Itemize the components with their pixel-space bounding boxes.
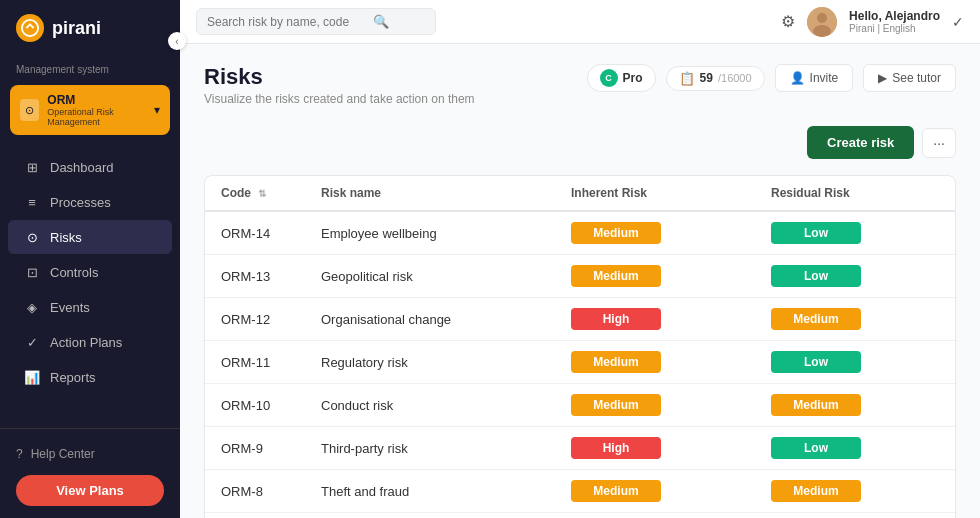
cell-inherent-3: Medium bbox=[555, 341, 755, 384]
sidebar-item-label-risks: Risks bbox=[50, 230, 82, 245]
cell-code-2: ORM-12 bbox=[205, 298, 305, 341]
cell-code-0: ORM-14 bbox=[205, 211, 305, 255]
cell-residual-3: Low bbox=[755, 341, 955, 384]
processes-icon: ≡ bbox=[24, 194, 40, 210]
nav-items: ⊞ Dashboard ≡ Processes ⊙ Risks ⊡ Contro… bbox=[0, 141, 180, 428]
inherent-badge-6: Medium bbox=[571, 480, 661, 502]
sidebar-item-events[interactable]: ◈ Events bbox=[8, 290, 172, 324]
checkmark-icon[interactable]: ✓ bbox=[952, 14, 964, 30]
cell-inherent-7: High bbox=[555, 513, 755, 519]
cell-residual-4: Medium bbox=[755, 384, 955, 427]
pro-circle-icon: C bbox=[600, 69, 618, 87]
sidebar-footer: ? Help Center View Plans bbox=[0, 428, 180, 518]
table-row[interactable]: ORM-10 Conduct risk Medium Medium bbox=[205, 384, 955, 427]
more-options-button[interactable]: ··· bbox=[922, 128, 956, 158]
orm-subtitle: Operational Risk Management bbox=[47, 107, 154, 127]
usage-badge: 📋 59 /16000 bbox=[666, 66, 765, 91]
cell-residual-2: Medium bbox=[755, 298, 955, 341]
view-plans-button[interactable]: View Plans bbox=[16, 475, 164, 506]
help-center-link[interactable]: ? Help Center bbox=[16, 441, 164, 467]
orm-icon: ⊙ bbox=[20, 99, 39, 121]
gear-icon[interactable]: ⚙ bbox=[781, 12, 795, 31]
cell-name-4: Conduct risk bbox=[305, 384, 555, 427]
user-name: Hello, Alejandro bbox=[849, 9, 940, 23]
sidebar-item-label-dashboard: Dashboard bbox=[50, 160, 114, 175]
cell-inherent-5: High bbox=[555, 427, 755, 470]
col-header-inherent: Inherent Risk bbox=[555, 176, 755, 211]
risks-table: Code ⇅ Risk name Inherent Risk Residual … bbox=[205, 176, 955, 518]
risks-tbody: ORM-14 Employee wellbeing Medium Low ORM… bbox=[205, 211, 955, 518]
logo: pirani bbox=[0, 0, 180, 56]
orm-block-left: ⊙ ORM Operational Risk Management bbox=[20, 93, 154, 127]
sidebar-collapse-button[interactable]: ‹ bbox=[168, 32, 186, 50]
help-center-label: Help Center bbox=[31, 447, 95, 461]
table-row[interactable]: ORM-14 Employee wellbeing Medium Low bbox=[205, 211, 955, 255]
col-header-residual: Residual Risk bbox=[755, 176, 955, 211]
page-actions: C Pro 📋 59 /16000 👤 Invite ▶ See tutor bbox=[587, 64, 956, 92]
cell-residual-5: Low bbox=[755, 427, 955, 470]
cell-name-7: Resilience risk bbox=[305, 513, 555, 519]
page-title-section: Risks Visualize the risks created and ta… bbox=[204, 64, 475, 106]
sidebar-item-label-reports: Reports bbox=[50, 370, 96, 385]
residual-badge-2: Medium bbox=[771, 308, 861, 330]
dashboard-icon: ⊞ bbox=[24, 159, 40, 175]
sidebar-item-label-processes: Processes bbox=[50, 195, 111, 210]
cell-code-3: ORM-11 bbox=[205, 341, 305, 384]
sidebar-item-action-plans[interactable]: ✓ Action Plans bbox=[8, 325, 172, 359]
sidebar-item-dashboard[interactable]: ⊞ Dashboard bbox=[8, 150, 172, 184]
sidebar-item-reports[interactable]: 📊 Reports bbox=[8, 360, 172, 394]
residual-badge-3: Low bbox=[771, 351, 861, 373]
cell-inherent-4: Medium bbox=[555, 384, 755, 427]
action-plans-icon: ✓ bbox=[24, 334, 40, 350]
cell-residual-0: Low bbox=[755, 211, 955, 255]
sidebar-item-controls[interactable]: ⊡ Controls bbox=[8, 255, 172, 289]
residual-badge-5: Low bbox=[771, 437, 861, 459]
main: 🔍 ⚙ Hello, Alejandro Pirani | English ✓ … bbox=[180, 0, 980, 518]
inherent-badge-5: High bbox=[571, 437, 661, 459]
search-box[interactable]: 🔍 bbox=[196, 8, 436, 35]
pro-label: Pro bbox=[623, 71, 643, 85]
sidebar-section-label: Management system bbox=[0, 56, 180, 79]
search-input[interactable] bbox=[207, 15, 367, 29]
search-icon: 🔍 bbox=[373, 14, 389, 29]
table-row[interactable]: ORM-11 Regulatory risk Medium Low bbox=[205, 341, 955, 384]
cell-code-5: ORM-9 bbox=[205, 427, 305, 470]
see-tutor-button[interactable]: ▶ See tutor bbox=[863, 64, 956, 92]
invite-button[interactable]: 👤 Invite bbox=[775, 64, 854, 92]
logo-text: pirani bbox=[52, 18, 101, 39]
user-sub: Pirani | English bbox=[849, 23, 940, 34]
user-info: Hello, Alejandro Pirani | English bbox=[849, 9, 940, 34]
table-row[interactable]: ORM-12 Organisational change High Medium bbox=[205, 298, 955, 341]
svg-point-3 bbox=[813, 25, 831, 37]
page-subtitle: Visualize the risks created and take act… bbox=[204, 92, 475, 106]
sidebar-item-processes[interactable]: ≡ Processes bbox=[8, 185, 172, 219]
cell-name-0: Employee wellbeing bbox=[305, 211, 555, 255]
inherent-badge-2: High bbox=[571, 308, 661, 330]
usage-total: /16000 bbox=[718, 72, 752, 84]
table-row[interactable]: ORM-7 Resilience risk High Medium bbox=[205, 513, 955, 519]
cell-residual-7: Medium bbox=[755, 513, 955, 519]
person-icon: 👤 bbox=[790, 71, 805, 85]
cell-code-4: ORM-10 bbox=[205, 384, 305, 427]
col-header-code[interactable]: Code ⇅ bbox=[205, 176, 305, 211]
controls-icon: ⊡ bbox=[24, 264, 40, 280]
cell-name-5: Third-party risk bbox=[305, 427, 555, 470]
sidebar-item-risks[interactable]: ⊙ Risks bbox=[8, 220, 172, 254]
tutor-label: See tutor bbox=[892, 71, 941, 85]
table-row[interactable]: ORM-13 Geopolitical risk Medium Low bbox=[205, 255, 955, 298]
orm-block[interactable]: ⊙ ORM Operational Risk Management ▾ bbox=[10, 85, 170, 135]
sidebar: pirani Management system ⊙ ORM Operation… bbox=[0, 0, 180, 518]
orm-chevron-icon: ▾ bbox=[154, 103, 160, 117]
content: Risks Visualize the risks created and ta… bbox=[180, 44, 980, 518]
residual-badge-1: Low bbox=[771, 265, 861, 287]
table-row[interactable]: ORM-9 Third-party risk High Low bbox=[205, 427, 955, 470]
orm-title: ORM bbox=[47, 93, 154, 107]
create-risk-button[interactable]: Create risk bbox=[807, 126, 914, 159]
orm-info: ORM Operational Risk Management bbox=[47, 93, 154, 127]
sidebar-item-label-action-plans: Action Plans bbox=[50, 335, 122, 350]
invite-label: Invite bbox=[810, 71, 839, 85]
table-row[interactable]: ORM-8 Theft and fraud Medium Medium bbox=[205, 470, 955, 513]
cell-code-1: ORM-13 bbox=[205, 255, 305, 298]
inherent-badge-1: Medium bbox=[571, 265, 661, 287]
cell-residual-1: Low bbox=[755, 255, 955, 298]
